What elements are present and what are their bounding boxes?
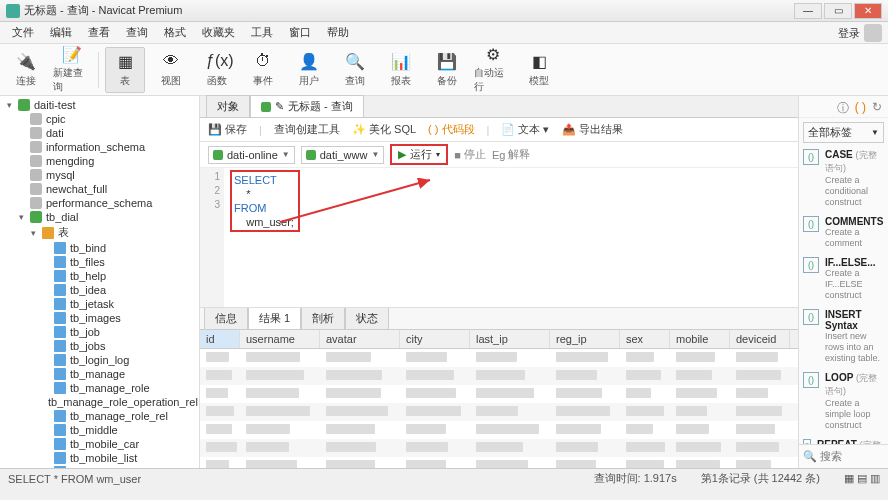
snippet-item[interactable]: ()LOOP (完整语句)Create a simple loop constr… [803, 372, 884, 431]
col-last_ip[interactable]: last_ip [470, 330, 550, 348]
tool-用户[interactable]: 👤用户 [289, 47, 329, 93]
save-button[interactable]: 💾 保存 [208, 122, 247, 137]
grid-body[interactable] [200, 349, 798, 468]
tree-item[interactable]: tb_mobile_list [0, 451, 199, 465]
tree-item[interactable]: information_schema [0, 140, 199, 154]
col-id[interactable]: id [200, 330, 240, 348]
minimize-button[interactable]: — [794, 3, 822, 19]
tree-item[interactable]: tb_manage [0, 367, 199, 381]
table-row[interactable] [200, 457, 798, 468]
result-tab[interactable]: 结果 1 [248, 307, 301, 329]
tool-连接[interactable]: 🔌连接 [6, 47, 46, 93]
tree-item[interactable]: tb_manage_role_operation_rel [0, 395, 199, 409]
col-avatar[interactable]: avatar [320, 330, 400, 348]
tree-item[interactable]: mengding [0, 154, 199, 168]
snippet-search[interactable]: 🔍 搜索 [799, 444, 888, 468]
tool-表[interactable]: ▦表 [105, 47, 145, 93]
tree-item[interactable]: tb_middle [0, 423, 199, 437]
connection-select[interactable]: dati-online▼ [208, 146, 295, 164]
stop-button[interactable]: ■停止 [454, 147, 486, 162]
menu-工具[interactable]: 工具 [243, 23, 281, 42]
tree-item[interactable]: tb_manage_role [0, 381, 199, 395]
maximize-button[interactable]: ▭ [824, 3, 852, 19]
close-button[interactable]: ✕ [854, 3, 882, 19]
login-area[interactable]: 登录 [838, 24, 882, 42]
tool-模型[interactable]: ◧模型 [519, 47, 559, 93]
tree-item[interactable]: ▾daiti-test [0, 98, 199, 112]
tree-item[interactable]: tb_idea [0, 283, 199, 297]
tree-item[interactable]: tb_mobile_car [0, 437, 199, 451]
snippet-item[interactable]: ()COMMENTS Create a comment [803, 216, 884, 249]
tree-item[interactable]: tb_login_log [0, 353, 199, 367]
tree-item[interactable]: performance_schema [0, 196, 199, 210]
result-tab[interactable]: 状态 [345, 307, 389, 329]
beautify-button[interactable]: ✨ 美化 SQL [352, 122, 416, 137]
col-city[interactable]: city [400, 330, 470, 348]
tree-item[interactable]: tb_bind [0, 241, 199, 255]
info-tab-icon[interactable]: ⓘ [837, 100, 849, 117]
snippet-item[interactable]: ()INSERT Syntax Insert new rows into an … [803, 309, 884, 364]
tree-item[interactable]: tb_jobs [0, 339, 199, 353]
tree-item[interactable]: tb_manage_role_rel [0, 409, 199, 423]
tag-select[interactable]: 全部标签▼ [803, 122, 884, 143]
table-row[interactable] [200, 403, 798, 421]
menu-帮助[interactable]: 帮助 [319, 23, 357, 42]
code-button[interactable]: ( ) 代码段 [428, 122, 474, 137]
export-button[interactable]: 📤 导出结果 [562, 122, 623, 137]
tool-查询[interactable]: 🔍查询 [335, 47, 375, 93]
tree-item[interactable]: dati [0, 126, 199, 140]
tab-objects[interactable]: 对象 [206, 95, 250, 117]
col-deviceid[interactable]: deviceid [730, 330, 790, 348]
result-tab[interactable]: 剖析 [301, 307, 345, 329]
col-reg_ip[interactable]: reg_ip [550, 330, 620, 348]
snippet-item[interactable]: ()CASE (完整语句)Create a conditional constr… [803, 149, 884, 208]
tree-item[interactable]: mysql [0, 168, 199, 182]
tree-item[interactable]: tb_files [0, 255, 199, 269]
menu-格式[interactable]: 格式 [156, 23, 194, 42]
tool-报表[interactable]: 📊报表 [381, 47, 421, 93]
table-row[interactable] [200, 349, 798, 367]
tree-item[interactable]: tb_job [0, 325, 199, 339]
tool-新建查询[interactable]: 📝新建查询 [52, 47, 92, 93]
explain-button[interactable]: Eg解释 [492, 147, 530, 162]
menu-文件[interactable]: 文件 [4, 23, 42, 42]
tool-自动运行[interactable]: ⚙自动运行 [473, 47, 513, 93]
tree-item[interactable]: ▾tb_dial [0, 210, 199, 224]
snippet-item[interactable]: ()IF...ELSE... Create a IF...ELSE constr… [803, 257, 884, 301]
tool-备份[interactable]: 💾备份 [427, 47, 467, 93]
tree-item[interactable]: tb_mobile_repeat [0, 465, 199, 468]
grid-mode-icons[interactable]: ▦ ▤ ▥ [844, 472, 880, 485]
col-sex[interactable]: sex [620, 330, 670, 348]
code-tab-icon[interactable]: ( ) [855, 100, 866, 117]
table-row[interactable] [200, 367, 798, 385]
result-grid[interactable]: idusernameavatarcitylast_ipreg_ipsexmobi… [200, 330, 798, 468]
run-button[interactable]: ▶运行▾ [390, 144, 448, 165]
menu-窗口[interactable]: 窗口 [281, 23, 319, 42]
history-tab-icon[interactable]: ↻ [872, 100, 882, 117]
col-mobile[interactable]: mobile [670, 330, 730, 348]
result-tab[interactable]: 信息 [204, 307, 248, 329]
table-row[interactable] [200, 439, 798, 457]
tool-视图[interactable]: 👁视图 [151, 47, 191, 93]
tree-item[interactable]: tb_images [0, 311, 199, 325]
tree-item[interactable]: cpic [0, 112, 199, 126]
menu-查询[interactable]: 查询 [118, 23, 156, 42]
nav-tree[interactable]: ▾daiti-testcpicdatiinformation_schemamen… [0, 96, 200, 468]
table-row[interactable] [200, 421, 798, 439]
builder-button[interactable]: 查询创建工具 [274, 122, 340, 137]
table-row[interactable] [200, 385, 798, 403]
tab-query[interactable]: ✎无标题 - 查询 [250, 95, 364, 117]
tree-item[interactable]: tb_jetask [0, 297, 199, 311]
menu-收藏夹[interactable]: 收藏夹 [194, 23, 243, 42]
col-username[interactable]: username [240, 330, 320, 348]
tree-item[interactable]: tb_help [0, 269, 199, 283]
menu-查看[interactable]: 查看 [80, 23, 118, 42]
sql-editor[interactable]: 123 SELECT * FROM wm_user; [200, 168, 798, 308]
database-select[interactable]: dati_www▼ [301, 146, 385, 164]
tool-事件[interactable]: ⏱事件 [243, 47, 283, 93]
menu-编辑[interactable]: 编辑 [42, 23, 80, 42]
tool-函数[interactable]: ƒ(x)函数 [197, 47, 237, 93]
tree-item[interactable]: newchat_full [0, 182, 199, 196]
tree-item[interactable]: ▾表 [0, 224, 199, 241]
text-button[interactable]: 📄 文本 ▾ [501, 122, 549, 137]
